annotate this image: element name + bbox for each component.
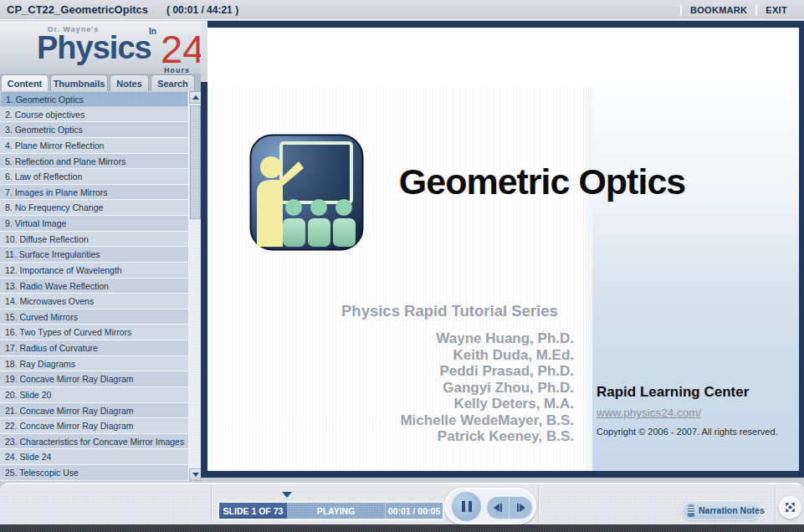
author-line: Kelly Deters, M.A.	[316, 396, 574, 412]
logo-number: 24	[161, 29, 201, 69]
topbar-separator	[680, 4, 682, 16]
toc-item[interactable]: 18. Ray Diagrams	[0, 356, 188, 372]
player-bar-divider	[211, 486, 213, 521]
toc-item[interactable]: 14. Microwaves Ovens	[0, 294, 188, 309]
tab-content[interactable]: Content	[1, 74, 49, 91]
toc-item[interactable]: 12. Importance of Wavelength	[0, 263, 188, 279]
exit-button[interactable]: EXIT	[766, 5, 787, 15]
next-slide-button[interactable]	[510, 497, 532, 519]
series-subtitle: Physics Rapid Tutorial Series	[341, 302, 558, 320]
step-controls	[486, 496, 533, 519]
tab-thumbnails[interactable]: Thumbnails	[50, 74, 108, 91]
narration-notes-button[interactable]: Narration Notes	[682, 500, 760, 520]
scroll-down-icon	[192, 473, 199, 477]
toc-item[interactable]: 24. Slide 24	[0, 449, 188, 465]
scrollbar-thumb[interactable]	[190, 105, 201, 219]
slide-frame-right	[799, 21, 804, 477]
toc-item[interactable]: 11. Surface Irregularities	[0, 247, 188, 263]
logo: Dr. Wayne's Physics In 24 Hours	[0, 21, 201, 74]
sidebar: Dr. Wayne's Physics In 24 Hours ContentT…	[0, 21, 201, 483]
playhead-marker-icon[interactable]	[282, 492, 292, 498]
pause-button[interactable]	[451, 491, 482, 522]
toc-list: 1. Geometric Optics2. Course objectives3…	[0, 91, 188, 481]
scroll-up-icon	[192, 95, 199, 100]
step-forward-icon	[517, 504, 519, 512]
toc-item[interactable]: 23. Characteristics for Concave Mirror I…	[0, 434, 188, 450]
toc-item[interactable]: 15. Curved Mirrors	[0, 309, 188, 325]
narration-notes-label: Narration Notes	[699, 505, 765, 515]
toc-item[interactable]: 7. Images in Plane Mirrors	[0, 185, 188, 201]
logo-hours: Hours	[164, 66, 190, 74]
slide-top-band	[207, 28, 799, 87]
player-bar-divider	[775, 486, 776, 521]
toc-item[interactable]: 25. Telescopic Use	[0, 465, 188, 481]
tab-notes[interactable]: Notes	[110, 74, 149, 91]
toc-item[interactable]: 3. Geometric Optics	[0, 122, 188, 138]
author-line: Peddi Prasad, Ph.D.	[316, 363, 574, 380]
toc-item[interactable]: 19. Concave Mirror Ray Diagram	[0, 371, 188, 387]
fullscreen-button[interactable]	[779, 496, 801, 519]
tab-search[interactable]: Search	[151, 74, 195, 91]
application-window: CP_CT22_GeometricOpitcs ( 00:01 / 44:21 …	[0, 0, 804, 532]
logo-word: Physics	[37, 32, 151, 64]
pause-icon	[469, 501, 472, 512]
toc-item[interactable]: 10. Diffuse Reflection	[0, 232, 188, 248]
previous-slide-button[interactable]	[487, 497, 510, 519]
toc-item[interactable]: 13. Radio Wave Reflection	[0, 279, 188, 294]
slide-frame-bottom	[201, 471, 804, 478]
presenter-icon	[249, 134, 364, 251]
document-icon	[688, 504, 694, 517]
toc-item[interactable]: 5. Reflection and Plane Mirrors	[0, 154, 188, 170]
toc-item[interactable]: 6. Law of Reflection	[0, 169, 188, 185]
toc-item[interactable]: 17. Radius of Curvature	[0, 340, 188, 356]
toc-item[interactable]: 16. Two Types of Curved Mirrors	[0, 325, 188, 340]
author-line: Patrick Keeney, B.S.	[316, 428, 574, 445]
topbar-separator	[755, 4, 757, 16]
logo-in: In	[149, 27, 156, 36]
slide-background-gap	[586, 87, 592, 471]
scroll-down-button[interactable]	[189, 468, 202, 481]
playback-controls	[444, 488, 536, 524]
toc-item[interactable]: 1. Geometric Optics	[0, 91, 188, 107]
toc-item[interactable]: 21. Concave Mirror Ray Diagram	[0, 403, 188, 419]
org-link[interactable]: www.physics24.com/	[597, 407, 701, 419]
slide-frame-left	[201, 82, 207, 477]
author-line: Keith Duda, M.Ed.	[316, 347, 574, 364]
frame-gutter	[201, 21, 207, 82]
author-line: Gangyi Zhou, Ph.D.	[316, 380, 574, 396]
pause-icon	[462, 501, 465, 512]
top-bar: CP_CT22_GeometricOpitcs ( 00:01 / 44:21 …	[0, 0, 804, 20]
course-title: CP_CT22_GeometricOpitcs	[7, 3, 148, 16]
toc-item[interactable]: 22. Concave Mirror Ray Diagram	[0, 418, 188, 434]
progress-strip[interactable]: SLIDE 1 OF 73 PLAYING 00:01 / 00:05	[218, 501, 444, 520]
toc-item[interactable]: 4. Plane Mirror Reflection	[0, 138, 188, 154]
authors-list: Wayne Huang, Ph.D.Keith Duda, M.Ed.Peddi…	[316, 330, 574, 445]
slide-title: Geometric Optics	[379, 161, 705, 202]
scroll-up-button[interactable]	[189, 91, 202, 104]
slide-canvas: Geometric Optics Physics Rapid Tutorial …	[207, 28, 799, 471]
step-backward-icon	[494, 504, 499, 512]
window-bottom-strip	[0, 524, 804, 532]
step-backward-icon	[500, 504, 502, 512]
slide-time-display: 00:01 / 00:05	[386, 503, 443, 519]
tab-bar: ContentThumbnailsNotesSearch	[0, 74, 201, 91]
toc-item[interactable]: 20. Slide 20	[0, 387, 188, 403]
step-forward-icon	[520, 504, 525, 512]
toc-item[interactable]: 9. Virtual Image	[0, 216, 188, 232]
author-line: Michelle WedeMayer, B.S.	[316, 412, 574, 429]
slide-counter: SLIDE 1 OF 73	[219, 503, 287, 519]
toc-item[interactable]: 8. No Frequency Change	[0, 200, 188, 216]
slide-frame-top	[207, 21, 804, 28]
expand-arrows-icon	[783, 500, 797, 514]
bookmark-button[interactable]: BOOKMARK	[690, 5, 747, 15]
author-line: Wayne Huang, Ph.D.	[316, 330, 574, 347]
org-name: Rapid Learning Center	[597, 384, 749, 401]
player-bar-divider	[538, 486, 540, 521]
toc-item[interactable]: 2. Course objectives	[0, 107, 188, 123]
player-bar: SLIDE 1 OF 73 PLAYING 00:01 / 00:05	[0, 483, 804, 524]
copyright-text: Copyright © 2006 - 2007. All rights rese…	[597, 427, 778, 437]
document-icon-lines	[688, 507, 694, 514]
total-time-display: ( 00:01 / 44:21 )	[166, 4, 238, 16]
playback-status: PLAYING	[287, 503, 385, 519]
toc-scrollbar[interactable]	[188, 91, 201, 481]
